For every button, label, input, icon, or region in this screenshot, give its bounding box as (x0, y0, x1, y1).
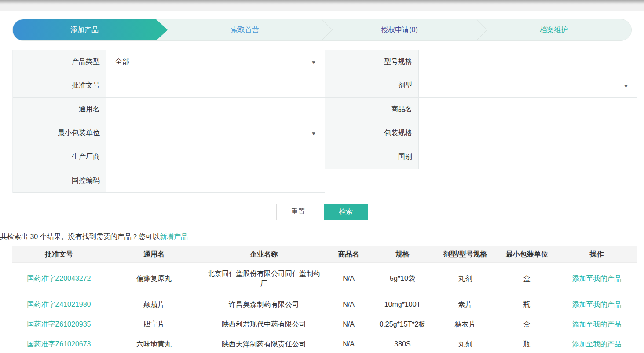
country-label: 国别 (325, 145, 418, 169)
model-spec-input[interactable] (419, 50, 637, 74)
col-company: 企业名称 (202, 249, 326, 259)
company-cell: 北京同仁堂股份有限公司同仁堂制药厂 (202, 268, 326, 289)
chevron-down-icon: ▼ (311, 59, 317, 64)
top-shadow-bar (0, 0, 644, 11)
add-new-product-link[interactable]: 新增产品 (160, 233, 188, 240)
approval-no-link[interactable]: 国药准字Z61020673 (27, 340, 91, 348)
unit-cell: 盒 (497, 273, 556, 283)
form-actions: 重置 检索 (0, 204, 644, 220)
col-trade-name: 商品名 (326, 249, 372, 259)
active-step-arrow-icon (156, 19, 168, 40)
dosage-cell: 丸剂 (433, 339, 497, 349)
table-row: 国药准字Z20043272 偏瘫复原丸 北京同仁堂股份有限公司同仁堂制药厂 N/… (12, 263, 637, 294)
table-row: 国药准字Z41021980 颠茄片 许昌奥森制药有限公司 N/A 10mg*10… (12, 294, 637, 314)
national-code-label: 国控编码 (13, 169, 106, 193)
company-cell: 陕西天洋制药有限责任公司 (202, 339, 326, 349)
add-to-my-products-link[interactable]: 添加至我的产品 (572, 275, 622, 282)
col-spec: 规格 (372, 249, 433, 259)
spec-cell: 10mg*100T (372, 299, 433, 309)
reset-button[interactable]: 重置 (276, 204, 320, 220)
min-package-unit-select[interactable]: ▼ (106, 121, 325, 145)
product-type-value: 全部 (106, 57, 129, 66)
table-row: 国药准字Z61020673 六味地黄丸 陕西天洋制药有限责任公司 N/A 380… (12, 334, 637, 353)
add-to-my-products-link[interactable]: 添加至我的产品 (572, 320, 622, 328)
tab-add-product[interactable]: 添加产品 (13, 19, 156, 40)
trade-name-cell: N/A (326, 299, 372, 309)
approval-no-label: 批准文号 (13, 74, 106, 98)
generic-name-cell: 颠茄片 (106, 299, 202, 309)
form-empty-cell (325, 169, 418, 193)
trade-name-cell: N/A (326, 319, 372, 329)
dosage-cell: 素片 (433, 299, 497, 309)
national-code-cell (106, 169, 325, 193)
tab-authorization-request[interactable]: 授权申请(0) (322, 19, 476, 40)
model-spec-label: 型号规格 (325, 50, 418, 74)
package-spec-input[interactable] (419, 121, 637, 145)
tab-archive-maintenance-label: 档案维护 (540, 26, 568, 35)
trade-name-cell: N/A (326, 339, 372, 349)
spec-cell: 0.25g*15T*2板 (372, 319, 433, 329)
col-approval-no: 批准文号 (12, 249, 106, 259)
spec-cell: 380S (372, 339, 433, 349)
approval-no-link[interactable]: 国药准字Z41021980 (27, 301, 91, 308)
col-action: 操作 (556, 249, 637, 259)
tab-archive-maintenance[interactable]: 档案维护 (477, 19, 631, 40)
manufacturer-input[interactable] (106, 145, 325, 169)
stepper: 添加产品 索取首营 授权申请(0) 档案维护 (12, 19, 632, 41)
approval-no-link[interactable]: 国药准字Z20043272 (27, 275, 91, 282)
add-to-my-products-link[interactable]: 添加至我的产品 (572, 340, 622, 348)
spec-cell: 5g*10袋 (372, 273, 433, 283)
result-summary: 共检索出 30 个结果。没有找到需要的产品？您可以新增产品 (0, 232, 644, 242)
generic-name-input[interactable] (106, 98, 325, 121)
col-unit: 最小包装单位 (497, 249, 556, 259)
generic-name-cell: 六味地黄丸 (106, 339, 202, 349)
approval-no-input[interactable] (106, 74, 325, 97)
col-generic-name: 通用名 (106, 249, 202, 259)
chevron-down-icon: ▼ (311, 131, 317, 136)
package-spec-cell (418, 121, 637, 145)
national-code-input[interactable] (106, 169, 325, 192)
result-summary-text: 共检索出 30 个结果。没有找到需要的产品？您可以 (0, 233, 160, 240)
company-cell: 陕西利君现代中药有限公司 (202, 319, 326, 329)
country-cell (418, 145, 637, 169)
dosage-cell: 丸剂 (433, 273, 497, 283)
generic-name-cell (106, 98, 325, 121)
min-package-unit-label: 最小包装单位 (13, 121, 106, 145)
dosage-form-label: 剂型 (325, 74, 418, 98)
tab-request-first-sale[interactable]: 索取首营 (168, 19, 322, 40)
product-type-select[interactable]: 全部 ▼ (106, 50, 325, 74)
table-header-row: 批准文号 通用名 企业名称 商品名 规格 剂型/型号规格 最小包装单位 操作 (12, 246, 637, 263)
unit-cell: 瓶 (497, 339, 556, 349)
approval-no-cell (106, 74, 325, 98)
dosage-form-select[interactable]: ▼ (418, 74, 637, 98)
dosage-cell: 糖衣片 (433, 319, 497, 329)
trade-name-label: 商品名 (325, 98, 418, 121)
trade-name-cell: N/A (326, 273, 372, 283)
tab-authorization-request-label: 授权申请(0) (381, 26, 418, 35)
generic-name-cell: 偏瘫复原丸 (106, 273, 202, 283)
country-input[interactable] (419, 145, 637, 169)
table-row: 国药准字Z61020935 胆宁片 陕西利君现代中药有限公司 N/A 0.25g… (12, 314, 637, 334)
company-cell: 许昌奥森制药有限公司 (202, 299, 326, 309)
model-spec-cell (418, 50, 637, 74)
product-type-label: 产品类型 (13, 50, 106, 74)
manufacturer-label: 生产厂商 (13, 145, 106, 169)
trade-name-cell (418, 98, 637, 121)
unit-cell: 瓶 (497, 299, 556, 309)
package-spec-label: 包装规格 (325, 121, 418, 145)
chevron-down-icon: ▼ (623, 83, 629, 88)
generic-name-cell: 胆宁片 (106, 319, 202, 329)
manufacturer-cell (106, 145, 325, 169)
tab-add-product-label: 添加产品 (70, 26, 99, 35)
form-empty-cell (418, 169, 637, 193)
approval-no-link[interactable]: 国药准字Z61020935 (27, 320, 91, 328)
unit-cell: 盒 (497, 319, 556, 329)
add-to-my-products-link[interactable]: 添加至我的产品 (572, 301, 622, 308)
col-dosage: 剂型/型号规格 (433, 249, 497, 259)
tab-request-first-sale-label: 索取首营 (231, 26, 259, 35)
results-table: 批准文号 通用名 企业名称 商品名 规格 剂型/型号规格 最小包装单位 操作 国… (12, 246, 637, 353)
trade-name-input[interactable] (419, 98, 637, 121)
search-button[interactable]: 检索 (324, 204, 368, 220)
generic-name-label: 通用名 (13, 98, 106, 121)
search-form: 产品类型 全部 ▼ 型号规格 批准文号 剂型 ▼ 通用名 商品名 最小包装单位 … (12, 50, 637, 193)
